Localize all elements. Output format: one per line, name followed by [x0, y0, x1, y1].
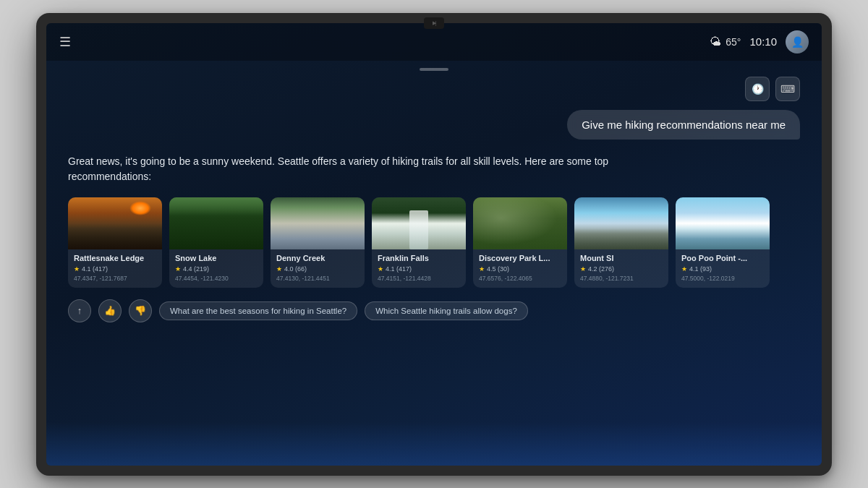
trail-card[interactable]: Poo Poo Point -... ★ 4.1 (93) 47.5000, -… — [676, 197, 770, 288]
thumbs-down-button[interactable]: 👎 — [129, 299, 152, 322]
trail-coords: 47.4151, -121.4428 — [378, 275, 460, 282]
user-message-row: Give me hiking recommendations near me — [68, 110, 800, 140]
trail-name: Rattlesnake Ledge — [74, 254, 156, 262]
time-display: 10:10 — [749, 35, 777, 48]
share-button[interactable]: ↑ — [68, 299, 91, 322]
trail-rating: 4.2 (276) — [588, 265, 614, 273]
trail-image — [169, 197, 263, 249]
trail-info: Mount SI ★ 4.2 (276) 47.4880, -121.7231 — [574, 249, 668, 288]
trail-rating-row: ★ 4.1 (93) — [681, 265, 764, 273]
content-toolbar: 🕐 ⌨ — [68, 77, 800, 101]
top-bar-left: ☰ — [59, 34, 71, 50]
trail-rating-row: ★ 4.1 (417) — [74, 265, 156, 273]
trail-card[interactable]: Franklin Falls ★ 4.1 (417) 47.4151, -121… — [372, 197, 466, 288]
avatar-initials: 👤 — [791, 36, 804, 48]
trail-image — [271, 197, 365, 249]
trail-rating: 4.1 (417) — [82, 265, 108, 273]
trail-name: Poo Poo Point -... — [681, 254, 764, 262]
star-icon: ★ — [378, 265, 383, 273]
star-icon: ★ — [580, 265, 586, 273]
device-camera — [424, 17, 444, 29]
trail-rating-row: ★ 4.0 (66) — [276, 265, 359, 273]
trail-info: Discovery Park L... ★ 4.5 (30) 47.6576, … — [473, 249, 567, 288]
trail-card[interactable]: Denny Creek ★ 4.0 (66) 47.4130, -121.445… — [271, 197, 365, 288]
trail-coords: 47.6576, -122.4065 — [479, 275, 561, 282]
trail-rating: 4.0 (66) — [284, 265, 307, 273]
trail-info: Poo Poo Point -... ★ 4.1 (93) 47.5000, -… — [676, 249, 770, 288]
temperature-display: 65° — [726, 36, 741, 48]
trail-coords: 47.4880, -121.7231 — [580, 275, 663, 282]
user-message-text: Give me hiking recommendations near me — [582, 119, 786, 131]
share-icon: ↑ — [77, 305, 82, 316]
trail-rating-row: ★ 4.4 (219) — [175, 265, 258, 273]
user-bubble: Give me hiking recommendations near me — [567, 110, 800, 140]
trail-coords: 47.4454, -121.4230 — [175, 275, 258, 282]
device-screen: ☰ 🌤 65° 10:10 👤 🕐 — [46, 23, 822, 466]
trail-rating-row: ★ 4.5 (30) — [479, 265, 561, 273]
trail-rating-row: ★ 4.2 (276) — [580, 265, 663, 273]
assistant-response: Great news, it's going to be a sunny wee… — [68, 154, 617, 184]
thumbs-up-button[interactable]: 👍 — [98, 299, 122, 322]
star-icon: ★ — [276, 265, 282, 273]
trail-image — [473, 197, 567, 249]
trail-cards-container: Rattlesnake Ledge ★ 4.1 (417) 47.4347, -… — [68, 197, 800, 288]
history-icon: 🕐 — [752, 83, 764, 95]
action-bar: ↑ 👍 👎 What are the best seasons for hiki… — [68, 299, 800, 322]
suggestion-chip-1[interactable]: Which Seattle hiking trails allow dogs? — [365, 301, 528, 320]
star-icon: ★ — [681, 265, 687, 273]
main-content: 🕐 ⌨ Give me hiking recommendations near … — [46, 61, 822, 466]
thumbs-down-icon: 👎 — [135, 305, 146, 316]
trail-image — [68, 197, 162, 249]
trail-name: Franklin Falls — [378, 254, 460, 262]
suggestion-chip-0[interactable]: What are the best seasons for hiking in … — [159, 301, 357, 320]
keyboard-icon: ⌨ — [780, 83, 795, 95]
star-icon: ★ — [175, 265, 181, 273]
drag-handle — [420, 68, 448, 71]
trail-rating: 4.5 (30) — [487, 265, 509, 273]
trail-info: Denny Creek ★ 4.0 (66) 47.4130, -121.445… — [271, 249, 365, 288]
trail-info: Snow Lake ★ 4.4 (219) 47.4454, -121.4230 — [169, 249, 263, 288]
keyboard-button[interactable]: ⌨ — [775, 77, 800, 101]
thumbs-up-icon: 👍 — [104, 305, 116, 316]
trail-card[interactable]: Discovery Park L... ★ 4.5 (30) 47.6576, … — [473, 197, 567, 288]
weather-icon: 🌤 — [710, 35, 721, 48]
trail-name: Denny Creek — [276, 254, 359, 262]
trail-card[interactable]: Mount SI ★ 4.2 (276) 47.4880, -121.7231 — [574, 197, 668, 288]
trail-image — [372, 197, 466, 249]
trail-name: Discovery Park L... — [479, 254, 561, 262]
trail-image — [574, 197, 668, 249]
trail-rating: 4.4 (219) — [183, 265, 209, 273]
star-icon: ★ — [479, 265, 485, 273]
trail-rating-row: ★ 4.1 (417) — [378, 265, 460, 273]
trail-image — [676, 197, 770, 249]
history-button[interactable]: 🕐 — [745, 77, 770, 101]
assistant-response-text: Great news, it's going to be a sunny wee… — [68, 155, 608, 182]
trail-info: Rattlesnake Ledge ★ 4.1 (417) 47.4347, -… — [68, 249, 162, 288]
trail-info: Franklin Falls ★ 4.1 (417) 47.4151, -121… — [372, 249, 466, 288]
trail-coords: 47.4347, -121.7687 — [74, 275, 156, 282]
avatar[interactable]: 👤 — [786, 30, 809, 53]
trail-name: Mount SI — [580, 254, 663, 262]
bottom-glow — [46, 422, 822, 466]
trail-coords: 47.4130, -121.4451 — [276, 275, 359, 282]
trail-coords: 47.5000, -122.0219 — [681, 275, 764, 282]
trail-card[interactable]: Snow Lake ★ 4.4 (219) 47.4454, -121.4230 — [169, 197, 263, 288]
menu-icon[interactable]: ☰ — [59, 34, 71, 50]
device-frame: ☰ 🌤 65° 10:10 👤 🕐 — [36, 13, 832, 476]
weather-info: 🌤 65° — [710, 35, 741, 48]
trail-rating: 4.1 (93) — [689, 265, 712, 273]
star-icon: ★ — [74, 265, 80, 273]
trail-name: Snow Lake — [175, 254, 258, 262]
top-bar-right: 🌤 65° 10:10 👤 — [710, 30, 809, 53]
trail-card[interactable]: Rattlesnake Ledge ★ 4.1 (417) 47.4347, -… — [68, 197, 162, 288]
trail-rating: 4.1 (417) — [386, 265, 412, 273]
